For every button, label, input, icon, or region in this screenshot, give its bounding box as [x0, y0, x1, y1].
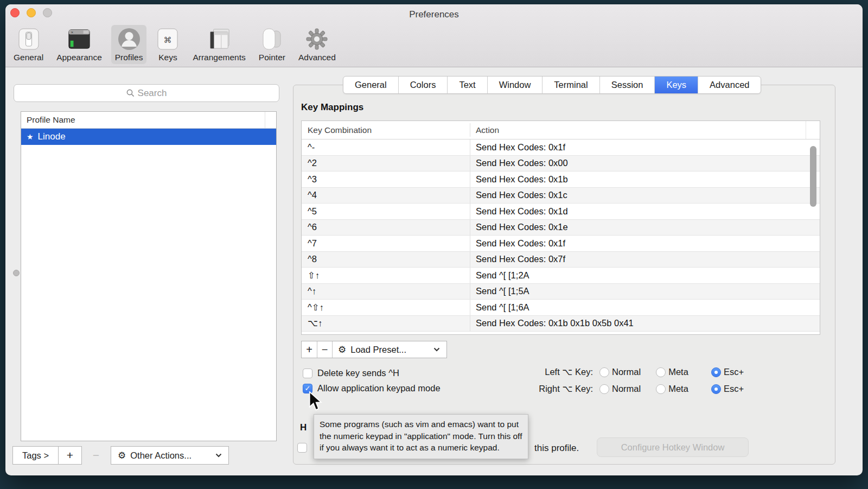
left-option-radio-escplus[interactable]: Esc+	[711, 367, 744, 377]
table-header[interactable]: Key Combination Action	[302, 121, 820, 139]
key-combination-cell: ^3	[302, 174, 470, 185]
chevron-down-icon	[433, 347, 440, 352]
key-mapping-row[interactable]: ^4Send Hex Codes: 0x1c	[302, 188, 820, 204]
radio-button[interactable]	[656, 384, 666, 394]
search-icon	[126, 89, 135, 97]
profile-name: Linode	[38, 131, 66, 142]
key-combination-cell: ^4	[302, 190, 470, 200]
desktop-backdrop: Preferences General×AppearanceProfiles⌘K…	[0, 0, 868, 489]
key-mapping-row[interactable]: ^⇧↑Send ^[ [1;6A	[302, 300, 820, 316]
key-combination-cell: ⌥↑	[302, 318, 470, 328]
add-profile-button[interactable]: +	[58, 446, 82, 465]
key-mapping-row[interactable]: ^8Send Hex Codes: 0x7f	[302, 252, 820, 268]
tab-colors[interactable]: Colors	[399, 77, 448, 93]
hotkey-checkbox[interactable]	[297, 443, 307, 453]
action-cell: Send Hex Codes: 0x1d	[470, 206, 568, 217]
right-option-label: Right ⌥ Key:	[521, 384, 593, 394]
key-mapping-row[interactable]: ^7Send Hex Codes: 0x1f	[302, 236, 820, 252]
toolbar-item-keys[interactable]: ⌘Keys	[152, 25, 183, 64]
key-combination-cell: ^↑	[302, 286, 470, 296]
radio-button[interactable]	[711, 384, 721, 394]
radio-button[interactable]	[599, 384, 609, 394]
tab-text[interactable]: Text	[448, 77, 487, 93]
key-mapping-row[interactable]: ^2Send Hex Codes: 0x00	[302, 156, 820, 172]
scrollbar-thumb[interactable]	[810, 146, 816, 207]
toolbar-item-label: Arrangements	[193, 53, 245, 62]
search-input[interactable]: Search	[14, 84, 279, 102]
radio-option-label: Esc+	[724, 367, 744, 377]
gear-icon: ⚙	[118, 450, 126, 461]
toolbar-item-label: Profiles	[115, 53, 143, 62]
keypad-mode-label: Allow application keypad mode	[317, 383, 441, 393]
toolbar-item-label: Advanced	[298, 53, 336, 62]
tags-button[interactable]: Tags >	[12, 446, 59, 465]
radio-option-label: Meta	[668, 384, 688, 394]
remove-profile-button[interactable]: −	[84, 446, 108, 465]
toolbar-item-label: Pointer	[259, 53, 285, 62]
key-mapping-row[interactable]: ^6Send Hex Codes: 0x1e	[302, 220, 820, 236]
toolbar-item-profiles[interactable]: Profiles	[111, 25, 147, 64]
delete-key-sends-checkbox[interactable]	[303, 369, 312, 378]
right-option-key-group: Right ⌥ Key:NormalMetaEsc+	[521, 384, 744, 394]
profile-row-linode[interactable]: ★Linode	[21, 129, 276, 145]
key-mapping-row[interactable]: ^5Send Hex Codes: 0x1d	[302, 204, 820, 220]
tab-keys[interactable]: Keys	[655, 77, 698, 93]
load-preset-dropdown[interactable]: ⚙ Load Preset...	[333, 341, 446, 358]
appearance-icon: ×	[67, 27, 91, 51]
titlebar[interactable]: Preferences	[5, 4, 863, 24]
right-option-radio-escplus[interactable]: Esc+	[711, 384, 744, 394]
key-mapping-row[interactable]: ^-Send Hex Codes: 0x1f	[302, 139, 820, 156]
toolbar-item-general[interactable]: General	[10, 25, 47, 64]
tab-session[interactable]: Session	[600, 77, 655, 93]
remove-mapping-button[interactable]: −	[317, 341, 333, 358]
gear-icon: ⚙	[338, 344, 346, 355]
key-mapping-row[interactable]: ⇧↑Send ^[ [1;2A	[302, 268, 820, 284]
key-mapping-row[interactable]: ⌥↑Send Hex Codes: 0x1b 0x1b 0x5b 0x41	[302, 316, 820, 332]
key-combination-cell: ⇧↑	[302, 270, 470, 281]
profile-list-actions: Tags > + − ⚙ Other Actions...	[12, 446, 229, 465]
key-combination-cell: ^8	[302, 254, 470, 264]
right-option-radio-normal[interactable]: Normal	[599, 384, 641, 394]
radio-option-label: Normal	[612, 367, 641, 377]
profile-tabs: GeneralColorsTextWindowTerminalSessionKe…	[343, 76, 761, 94]
left-option-radio-normal[interactable]: Normal	[599, 367, 641, 377]
pointer-icon	[260, 27, 284, 51]
default-profile-star-icon: ★	[27, 132, 34, 141]
keypad-mode-checkbox-row: ✓ Allow application keypad mode	[303, 383, 441, 393]
radio-button[interactable]	[599, 367, 609, 377]
radio-button[interactable]	[711, 367, 721, 377]
search-placeholder: Search	[138, 88, 167, 99]
hotkey-label-tail: this profile.	[534, 443, 579, 454]
key-mapping-row[interactable]: ^3Send Hex Codes: 0x1b	[302, 172, 820, 188]
key-mappings-table: Key Combination Action ^-Send Hex Codes:…	[301, 120, 820, 335]
add-mapping-button[interactable]: +	[302, 341, 317, 358]
right-option-radio-meta[interactable]: Meta	[656, 384, 688, 394]
toolbar-item-advanced[interactable]: Advanced	[295, 25, 340, 64]
tab-window[interactable]: Window	[488, 77, 543, 93]
key-mapping-row[interactable]: ^↑Send ^[ [1;5A	[302, 284, 820, 300]
toolbar-item-appearance[interactable]: ×Appearance	[53, 25, 106, 64]
toolbar-item-pointer[interactable]: Pointer	[255, 25, 289, 64]
splitter-handle[interactable]	[13, 270, 20, 276]
advanced-icon	[305, 27, 329, 51]
toolbar-item-arrangements[interactable]: Arrangements	[189, 25, 249, 64]
svg-text:×: ×	[71, 30, 73, 35]
tab-terminal[interactable]: Terminal	[542, 77, 599, 93]
window-chrome: Preferences General×AppearanceProfiles⌘K…	[5, 4, 863, 67]
configure-hotkey-window-button[interactable]: Configure Hotkey Window	[597, 437, 749, 457]
key-combination-cell: ^6	[302, 222, 470, 232]
other-actions-dropdown[interactable]: ⚙ Other Actions...	[111, 446, 229, 465]
action-cell: Send Hex Codes: 0x1f	[470, 142, 565, 153]
key-combination-cell: ^7	[302, 238, 470, 249]
profile-list-header[interactable]: Profile Name	[21, 112, 276, 129]
action-cell: Send ^[ [1;6A	[470, 302, 529, 313]
action-cell: Send Hex Codes: 0x1e	[470, 222, 568, 232]
tab-advanced[interactable]: Advanced	[698, 77, 761, 93]
tab-general[interactable]: General	[343, 77, 399, 93]
key-combination-cell: ^2	[302, 158, 470, 168]
keys-icon: ⌘	[156, 27, 180, 51]
key-combination-cell: ^-	[302, 142, 470, 153]
radio-button[interactable]	[656, 367, 666, 377]
left-option-radio-meta[interactable]: Meta	[656, 367, 688, 377]
arrangements-icon	[207, 27, 231, 51]
